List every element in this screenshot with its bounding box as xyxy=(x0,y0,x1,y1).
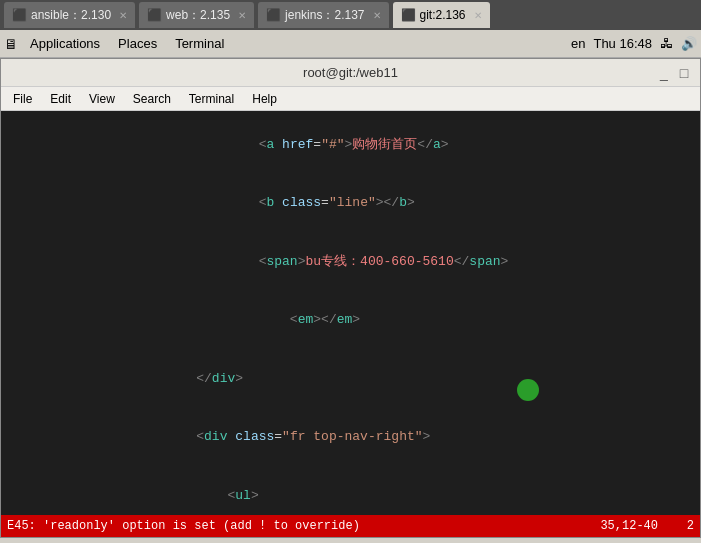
window-controls: _ □ xyxy=(656,65,692,81)
locale-indicator: en xyxy=(571,36,585,51)
tab-label: web：2.135 xyxy=(166,7,230,24)
volume-icon: 🔊 xyxy=(681,36,697,51)
editor[interactable]: <a href="#">购物街首页</a> <b class="line"></… xyxy=(1,111,700,515)
code-line-2: <b class="line"></b> xyxy=(9,174,692,233)
clock: Thu 16:48 xyxy=(593,36,652,51)
code-line-1: <a href="#">购物街首页</a> xyxy=(9,115,692,174)
terminal-menu[interactable]: Terminal xyxy=(169,34,230,53)
code-line-6: <div class="fr top-nav-right"> xyxy=(9,408,692,467)
menu-file[interactable]: File xyxy=(5,90,40,108)
terminal-icon: ⬛ xyxy=(266,8,281,22)
tab-git[interactable]: ⬛ git:2.136 ✕ xyxy=(393,2,490,28)
menu-edit[interactable]: Edit xyxy=(42,90,79,108)
code-line-4: <em></em> xyxy=(9,291,692,350)
window-title: root@git:/web11 xyxy=(303,65,398,80)
tab-close-jenkins[interactable]: ✕ xyxy=(373,10,381,21)
minimize-button[interactable]: _ xyxy=(656,65,672,81)
code-line-7: <ul> xyxy=(9,466,692,515)
tab-web[interactable]: ⬛ web：2.135 ✕ xyxy=(139,2,254,28)
code-line-3: <span>bu专线：400-660-5610</span> xyxy=(9,232,692,291)
apps-icon: 🖥 xyxy=(4,36,18,52)
tab-label: jenkins：2.137 xyxy=(285,7,364,24)
editor-content: <a href="#">购物街首页</a> <b class="line"></… xyxy=(1,111,700,515)
terminal-icon: ⬛ xyxy=(401,8,416,22)
network-icon: 🖧 xyxy=(660,36,673,51)
applications-menu[interactable]: Applications xyxy=(24,34,106,53)
places-menu[interactable]: Places xyxy=(112,34,163,53)
tab-ansible[interactable]: ⬛ ansible：2.130 ✕ xyxy=(4,2,135,28)
taskbar: ⬛ ansible：2.130 ✕ ⬛ web：2.135 ✕ ⬛ jenkin… xyxy=(0,0,701,30)
tab-close-ansible[interactable]: ✕ xyxy=(119,10,127,21)
tab-label: git:2.136 xyxy=(420,8,466,22)
menu-terminal[interactable]: Terminal xyxy=(181,90,242,108)
sysbar: 🖥 Applications Places Terminal en Thu 16… xyxy=(0,30,701,58)
tab-jenkins[interactable]: ⬛ jenkins：2.137 ✕ xyxy=(258,2,388,28)
tab-close-web[interactable]: ✕ xyxy=(238,10,246,21)
title-bar: root@git:/web11 _ □ xyxy=(1,59,700,87)
statusbar: E45: 'readonly' option is set (add ! to … xyxy=(1,515,700,537)
terminal-icon: ⬛ xyxy=(147,8,162,22)
statusbar-message: E45: 'readonly' option is set (add ! to … xyxy=(7,519,360,533)
statusbar-position: 35,12-40 2 xyxy=(572,519,694,533)
menu-help[interactable]: Help xyxy=(244,90,285,108)
terminal-window: root@git:/web11 _ □ File Edit View Searc… xyxy=(0,58,701,538)
code-line-5: </div> xyxy=(9,349,692,408)
menu-view[interactable]: View xyxy=(81,90,123,108)
tab-close-git[interactable]: ✕ xyxy=(474,10,482,21)
menu-search[interactable]: Search xyxy=(125,90,179,108)
tab-label: ansible：2.130 xyxy=(31,7,111,24)
terminal-icon: ⬛ xyxy=(12,8,27,22)
sysbar-right: en Thu 16:48 🖧 🔊 xyxy=(571,36,697,51)
menubar: File Edit View Search Terminal Help xyxy=(1,87,700,111)
maximize-button[interactable]: □ xyxy=(676,65,692,81)
